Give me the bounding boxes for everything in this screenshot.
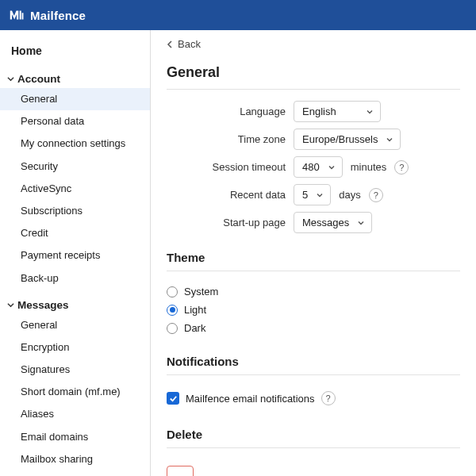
select-value: 480 [302, 161, 320, 173]
select-startup-page[interactable]: Messages [294, 212, 372, 233]
topbar: Mailfence [0, 0, 476, 30]
unit-days: days [339, 189, 360, 201]
divider [167, 271, 460, 271]
select-language[interactable]: English [294, 101, 381, 122]
label-startup-page: Start-up page [167, 217, 286, 228]
sidebar-item-away-message[interactable]: Away message [0, 470, 150, 476]
checkbox-label: Mailfence email notifications [186, 393, 315, 405]
brand-name: Mailfence [30, 9, 86, 22]
mailfence-logo-icon [8, 6, 25, 24]
page-title: General [167, 64, 460, 81]
radio-label: Dark [184, 322, 205, 334]
sidebar-item-personal-data[interactable]: Personal data [0, 110, 150, 132]
notifications-heading: Notifications [167, 355, 460, 368]
radio-icon [167, 286, 178, 298]
radio-icon [167, 305, 178, 316]
chevron-down-icon [357, 219, 365, 227]
svg-rect-0 [20, 11, 21, 20]
brand-logo[interactable]: Mailfence [8, 6, 86, 24]
label-session-timeout: Session timeout [167, 161, 286, 173]
theme-option-light[interactable]: Light [167, 301, 460, 319]
select-timezone[interactable]: Europe/Brussels [294, 129, 401, 150]
help-icon[interactable]: ? [369, 188, 383, 202]
back-button[interactable]: Back [167, 36, 460, 58]
chevron-down-icon [6, 75, 14, 83]
select-value: Messages [302, 217, 349, 228]
sidebar-item-account-general[interactable]: General [0, 88, 150, 110]
sidebar-item-activesync[interactable]: ActiveSync [0, 178, 150, 200]
delete-heading: Delete [167, 428, 460, 441]
select-session-timeout[interactable]: 480 [294, 156, 343, 178]
sidebar-group-head-messages[interactable]: Messages [0, 296, 150, 314]
label-timezone: Time zone [167, 133, 286, 145]
label-language: Language [167, 106, 286, 117]
sidebar-item-aliases[interactable]: Aliases [0, 403, 150, 425]
sidebar-group-head-account[interactable]: Account [0, 70, 150, 88]
sidebar-item-security[interactable]: Security [0, 155, 150, 178]
sidebar-group-account: Account General Personal data My connect… [0, 67, 150, 293]
sidebar-item-backup[interactable]: Back-up [0, 267, 150, 290]
sidebar-item-connection-settings[interactable]: My connection settings [0, 132, 150, 155]
select-value: English [302, 106, 336, 117]
divider [167, 89, 460, 90]
radio-icon [167, 323, 178, 334]
theme-option-system[interactable]: System [167, 282, 460, 301]
chevron-down-icon [328, 163, 336, 171]
delete-button[interactable] [167, 466, 194, 476]
sidebar-item-payment-receipts[interactable]: Payment receipts [0, 244, 150, 267]
select-recent-data[interactable]: 5 [294, 184, 331, 205]
sidebar-group-messages: Messages General Encryption Signatures S… [0, 293, 150, 476]
sidebar-item-short-domain[interactable]: Short domain (mf.me) [0, 381, 150, 403]
divider [167, 447, 460, 448]
sidebar-item-email-domains[interactable]: Email domains [0, 426, 150, 448]
chevron-down-icon [366, 108, 374, 116]
sidebar-item-mailbox-sharing[interactable]: Mailbox sharing [0, 448, 150, 470]
label-recent-data: Recent data [167, 189, 286, 201]
sidebar-group-label: Account [17, 73, 60, 85]
sidebar-group-label: Messages [17, 299, 69, 311]
chevron-down-icon [386, 136, 393, 144]
sidebar-item-encryption[interactable]: Encryption [0, 336, 150, 359]
theme-heading: Theme [167, 251, 460, 264]
back-label: Back [178, 38, 201, 50]
divider [167, 374, 460, 375]
chevron-down-icon [6, 301, 14, 309]
sidebar: Home Account General Personal data My co… [0, 30, 151, 476]
main-panel: Back General Language English Time zone … [151, 30, 476, 476]
sidebar-item-subscriptions[interactable]: Subscriptions [0, 200, 150, 222]
help-icon[interactable]: ? [394, 160, 409, 175]
sidebar-item-messages-general[interactable]: General [0, 314, 150, 336]
sidebar-item-signatures[interactable]: Signatures [0, 359, 150, 381]
help-icon[interactable]: ? [321, 391, 336, 405]
sidebar-item-credit[interactable]: Credit [0, 222, 150, 244]
checkbox-email-notifications[interactable] [167, 392, 179, 405]
svg-rect-1 [22, 13, 24, 19]
select-value: 5 [302, 189, 308, 201]
chevron-down-icon [316, 191, 324, 199]
theme-option-dark[interactable]: Dark [167, 319, 460, 337]
radio-label: Light [184, 304, 206, 316]
select-value: Europe/Brussels [302, 133, 378, 145]
sidebar-home[interactable]: Home [0, 38, 150, 67]
unit-minutes: minutes [351, 161, 387, 173]
radio-label: System [184, 286, 218, 298]
